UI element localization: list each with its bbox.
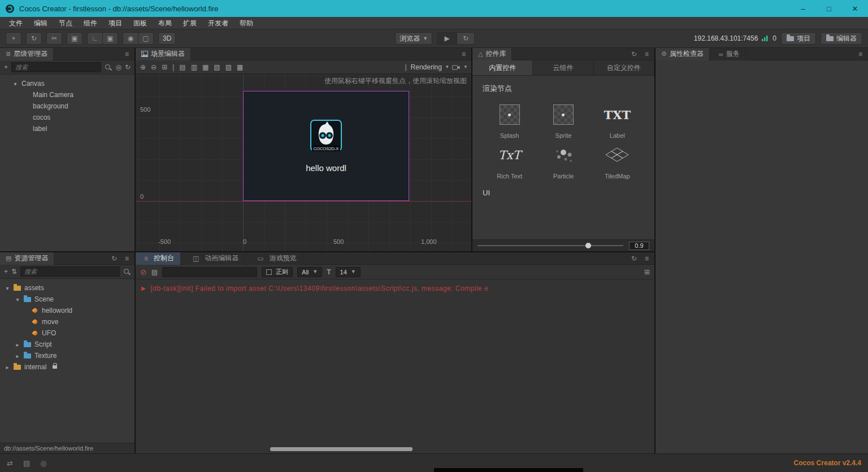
camera-icon[interactable]: [452, 64, 460, 70]
align-hcenter-icon[interactable]: ▨: [225, 64, 232, 71]
zoom-in-icon[interactable]: ⊕: [140, 64, 146, 71]
console-log[interactable]: ▶ [db-task][init] Failed to import asset…: [136, 279, 654, 453]
tree-node-label[interactable]: label: [0, 123, 134, 134]
hierarchy-search-input[interactable]: [11, 62, 101, 72]
reload-preview-button[interactable]: ↻: [457, 32, 475, 45]
zoom-slider[interactable]: [478, 245, 623, 246]
widget-richtext[interactable]: TxT Rich Text: [483, 143, 536, 180]
play-button[interactable]: ▶: [437, 32, 457, 45]
expand-arrow-icon[interactable]: ▶: [141, 285, 146, 291]
tab-animation-editor[interactable]: ◫ 动画编辑器: [184, 252, 245, 265]
asset-folder-scene[interactable]: ▾ Scene: [0, 294, 134, 305]
tab-game-preview[interactable]: ▭ 游戏预览: [249, 252, 303, 265]
popout-icon[interactable]: ⊞: [644, 269, 650, 276]
menu-developer[interactable]: 开发者: [202, 17, 234, 29]
refresh-button[interactable]: ↻: [26, 32, 42, 45]
chevron-right-icon[interactable]: ▸: [15, 342, 20, 348]
tree-node-canvas[interactable]: ▾ Canvas: [0, 78, 134, 89]
panel-menu-icon[interactable]: ≡: [643, 51, 651, 58]
open-log-file-icon[interactable]: ▤: [151, 269, 158, 276]
list-icon[interactable]: ▤: [23, 459, 30, 467]
panel-menu-icon[interactable]: ≡: [459, 51, 468, 58]
create-asset-icon[interactable]: +: [4, 268, 8, 275]
refresh-icon[interactable]: ↻: [629, 255, 639, 262]
chevron-down-icon[interactable]: ▾: [15, 296, 20, 303]
widget-sprite[interactable]: Sprite: [536, 103, 590, 139]
zoom-fit-icon[interactable]: ⊞: [162, 64, 167, 71]
open-editor-button[interactable]: 编辑器: [821, 32, 862, 45]
align-left-icon[interactable]: ▧: [214, 64, 220, 71]
tab-builtin-widgets[interactable]: 内置控件: [472, 60, 533, 75]
font-size-dropdown[interactable]: 14 ▼: [336, 267, 361, 277]
widgets-tab[interactable]: △ 控件库: [472, 48, 512, 60]
minimize-button[interactable]: –: [790, 0, 816, 17]
asset-folder-assets[interactable]: ▾ assets: [0, 282, 134, 294]
chevron-down-icon[interactable]: ▾: [5, 285, 10, 291]
tab-properties[interactable]: ⚙ 属性检查器: [656, 48, 710, 60]
menu-panel[interactable]: 面板: [128, 17, 153, 29]
eye-icon[interactable]: ◎: [40, 459, 46, 467]
refresh-icon[interactable]: ↻: [125, 64, 131, 71]
preview-target-dropdown[interactable]: 浏览器 ▼: [395, 32, 432, 45]
pivot-corner-button[interactable]: ∟: [87, 32, 103, 45]
align-bottom-icon[interactable]: ▦: [202, 64, 209, 71]
search-icon[interactable]: [123, 268, 131, 276]
locate-icon[interactable]: ◎: [115, 64, 121, 71]
space-local-button[interactable]: ◉: [123, 32, 138, 45]
align-vcenter-icon[interactable]: ▥: [191, 64, 197, 71]
menu-extension[interactable]: 扩展: [177, 17, 202, 29]
search-icon[interactable]: [105, 64, 112, 71]
hierarchy-tab[interactable]: ≣ 层级管理器: [0, 48, 54, 60]
tab-services[interactable]: ∞ 服务: [713, 48, 746, 60]
asset-scene-helloworld[interactable]: helloworld: [0, 305, 134, 316]
zoom-slider-handle[interactable]: [585, 243, 591, 248]
menu-component[interactable]: 组件: [78, 17, 103, 29]
zoom-out-icon[interactable]: ⊖: [151, 64, 157, 71]
pivot-center-button[interactable]: ▣: [102, 32, 118, 45]
refresh-icon[interactable]: ↻: [629, 51, 639, 58]
menu-help[interactable]: 帮助: [234, 17, 259, 29]
menu-edit[interactable]: 编辑: [28, 17, 53, 29]
open-project-button[interactable]: 项目: [781, 32, 816, 45]
rendering-dropdown[interactable]: Rendering: [411, 63, 442, 71]
chevron-down-icon[interactable]: ▾: [446, 64, 449, 69]
tree-node-cocos[interactable]: cocos: [0, 112, 134, 123]
create-node-icon[interactable]: +: [4, 64, 8, 71]
tree-node-background[interactable]: background: [0, 100, 134, 112]
toggle-3d-button[interactable]: 3D: [158, 32, 176, 45]
align-right-icon[interactable]: ▩: [237, 64, 243, 71]
regex-toggle[interactable]: 正则: [262, 267, 293, 277]
arrows-icon[interactable]: ⇄: [7, 459, 13, 467]
menu-node[interactable]: 节点: [53, 17, 78, 29]
close-button[interactable]: ✕: [842, 0, 868, 17]
add-node-button[interactable]: +: [6, 32, 21, 45]
scene-tab[interactable]: 场景编辑器: [136, 48, 191, 60]
menu-project[interactable]: 项目: [103, 17, 128, 29]
canvas-stage[interactable]: COCOS2D-X hello wordl: [243, 91, 409, 201]
widget-label-node[interactable]: TXT Label: [591, 103, 644, 139]
chevron-right-icon[interactable]: ▸: [5, 364, 10, 370]
assets-search-input[interactable]: [20, 266, 120, 277]
maximize-button[interactable]: □: [816, 0, 842, 17]
log-level-dropdown[interactable]: All ▼: [297, 267, 322, 277]
chevron-down-icon[interactable]: ▾: [12, 81, 18, 87]
chevron-right-icon[interactable]: ▸: [15, 353, 20, 359]
clear-console-icon[interactable]: ⊘: [140, 268, 147, 276]
tab-console[interactable]: ≡ 控制台: [136, 252, 181, 265]
menu-layout[interactable]: 布局: [153, 17, 177, 29]
space-world-button[interactable]: ▢: [138, 32, 154, 45]
asset-folder-texture[interactable]: ▸ Texture: [0, 350, 134, 361]
refresh-icon[interactable]: ↻: [109, 255, 119, 262]
frame-tool-button[interactable]: ▣: [67, 32, 83, 45]
panel-menu-icon[interactable]: ≡: [643, 255, 651, 262]
tab-cloud-widgets[interactable]: 云组件: [533, 60, 593, 75]
tab-custom-widgets[interactable]: 自定义控件: [594, 60, 654, 75]
menu-file[interactable]: 文件: [3, 17, 28, 29]
panel-menu-icon[interactable]: ≡: [123, 255, 131, 262]
console-filter-input[interactable]: [162, 267, 257, 277]
console-error-entry[interactable]: ▶ [db-task][init] Failed to import asset…: [136, 279, 654, 298]
horizontal-scrollbar[interactable]: [136, 447, 654, 451]
scene-canvas[interactable]: 使用鼠标右键平移视窗焦点，使用滚轮缩放视图 500 0 -500 0 500 1…: [136, 74, 471, 251]
cut-tool-button[interactable]: ✂: [46, 32, 62, 45]
assets-tab[interactable]: ▤ 资源管理器: [0, 252, 54, 265]
